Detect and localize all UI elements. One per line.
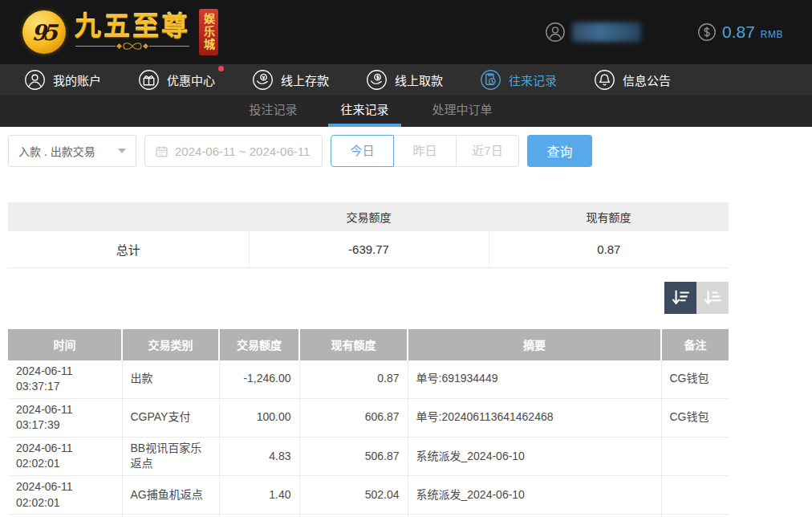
balance-amount: 0.87 <box>722 22 755 42</box>
cell-remark: CG钱包 <box>661 360 729 399</box>
cell-type: CGPAY支付 <box>122 398 219 437</box>
user-circle-icon <box>24 69 46 91</box>
summary-col-current-balance: 现有额度 <box>489 202 729 231</box>
cell-balance: 0.87 <box>299 360 408 399</box>
table-row: 2024-06-11 03:17:39CGPAY支付100.00606.87单号… <box>8 398 729 437</box>
brand-badge: 娱乐城 <box>199 9 218 55</box>
flourish-decoration <box>72 41 193 51</box>
transaction-type-value: 入款 . 出款交易 <box>18 143 95 159</box>
cell-balance: 502.04 <box>299 476 408 515</box>
deposit-icon <box>252 69 274 91</box>
column-header-type: 交易类别 <box>122 329 219 360</box>
cell-amount: 100.00 <box>219 398 299 437</box>
table-row: 2024-06-11 03:37:17出款-1,246.000.87单号:691… <box>8 360 729 399</box>
bell-icon <box>594 69 615 91</box>
cell-amount: 1.40 <box>219 476 299 515</box>
cell-type: AG捕鱼机返点 <box>122 476 219 515</box>
main-nav: 我的账户优惠中心线上存款线上取款往来记录信息公告 <box>0 64 812 95</box>
emblem-monogram: 95 <box>31 20 54 45</box>
cell-summary: 单号:691934449 <box>408 360 661 399</box>
records-icon <box>480 69 501 91</box>
app-header: 95 九五至尊 娱乐城 <box>0 0 812 64</box>
summary-transaction-total: -639.77 <box>249 231 489 267</box>
cell-time: 2024-06-11 02:02:01 <box>8 437 122 475</box>
brand-emblem-icon: 95 <box>22 10 66 54</box>
cell-summary: 系统派发_2024-06-10 <box>408 476 661 515</box>
transaction-type-select[interactable]: 入款 . 出款交易 <box>8 135 136 167</box>
subtab[interactable]: 处理中订单 <box>420 95 505 127</box>
user-icon <box>545 22 566 43</box>
cell-summary: 系统派发_2024-06-10 <box>408 437 661 475</box>
column-header-amount: 交易额度 <box>219 329 299 360</box>
filter-bar: 入款 . 出款交易 2024-06-11 ~ 2024-06-11 今日昨日近7… <box>8 135 729 167</box>
query-button[interactable]: 查询 <box>527 135 592 167</box>
cell-remark <box>661 476 729 515</box>
notification-dot <box>218 66 224 71</box>
summary-total-row: 总计 -639.77 0.87 <box>8 231 729 267</box>
nav-item-label: 往来记录 <box>509 71 557 88</box>
nav-item-label: 优惠中心 <box>167 71 215 88</box>
date-range-input[interactable]: 2024-06-11 ~ 2024-06-11 <box>144 135 323 167</box>
column-header-time: 时间 <box>8 329 122 360</box>
date-range-value: 2024-06-11 ~ 2024-06-11 <box>175 145 310 158</box>
nav-item-bell[interactable]: 信息公告 <box>594 69 671 91</box>
balance[interactable]: 0.87 RMB <box>697 22 783 42</box>
column-header-summary: 摘要 <box>408 329 661 360</box>
sort-descending-button[interactable] <box>664 282 696 314</box>
cell-remark <box>661 437 729 475</box>
username-censored <box>572 22 641 42</box>
cell-amount: 4.83 <box>219 437 299 475</box>
column-header-balance: 现有额度 <box>299 329 408 360</box>
cell-type: BB视讯百家乐返点 <box>122 437 219 475</box>
summary-col-blank <box>8 202 249 231</box>
cell-type: 出款 <box>122 360 219 399</box>
cell-summary: 单号:202406113641462468 <box>408 398 661 437</box>
table-row: 2024-06-11 02:02:01AG捕鱼机返点1.40502.04系统派发… <box>8 476 729 515</box>
cell-remark: CG钱包 <box>661 398 729 437</box>
withdraw-icon <box>366 69 388 91</box>
cell-time: 2024-06-11 03:37:17 <box>8 360 122 399</box>
cell-time: 2024-06-11 02:02:01 <box>8 476 122 515</box>
quick-date-button[interactable]: 今日 <box>331 135 394 167</box>
nav-item-label: 我的账户 <box>53 71 101 88</box>
sub-tab-bar: 投注记录往来记录处理中订单 <box>0 95 812 127</box>
table-row: 2024-06-11 02:02:01BB视讯百家乐返点4.83506.87系统… <box>8 437 729 475</box>
brand-name: 九五至尊 <box>75 13 190 41</box>
transactions-table: 时间交易类别交易额度现有额度摘要备注 2024-06-11 03:37:17出款… <box>8 329 729 517</box>
subtab[interactable]: 往来记录 <box>328 95 400 127</box>
nav-item-deposit[interactable]: 线上存款 <box>252 69 329 91</box>
dollar-icon <box>697 22 717 42</box>
cell-time: 2024-06-11 03:17:39 <box>8 398 122 437</box>
user-account[interactable] <box>545 22 641 43</box>
cell-amount: -1,246.00 <box>219 360 299 399</box>
summary-table: 交易额度 现有额度 总计 -639.77 0.87 <box>8 202 729 268</box>
nav-item-withdraw[interactable]: 线上取款 <box>366 69 443 91</box>
sort-descending-icon <box>670 287 691 308</box>
nav-item-records[interactable]: 往来记录 <box>480 69 557 91</box>
column-header-remark: 备注 <box>661 329 729 360</box>
table-header-row: 时间交易类别交易额度现有额度摘要备注 <box>8 329 729 360</box>
quick-date-button[interactable]: 昨日 <box>393 135 457 167</box>
brand-logo[interactable]: 95 九五至尊 娱乐城 <box>22 9 218 55</box>
calendar-icon <box>155 145 168 158</box>
nav-item-label: 线上存款 <box>281 71 329 88</box>
gift-icon <box>138 69 160 91</box>
subtab[interactable]: 投注记录 <box>237 95 309 127</box>
summary-col-transaction-amount: 交易额度 <box>249 202 489 231</box>
sort-controls <box>8 282 729 314</box>
nav-item-label: 线上取款 <box>395 71 443 88</box>
nav-item-user-circle[interactable]: 我的账户 <box>24 69 101 91</box>
summary-balance-total: 0.87 <box>489 231 729 267</box>
sort-ascending-icon <box>702 287 723 308</box>
balance-currency: RMB <box>761 29 783 40</box>
quick-date-button[interactable]: 近7日 <box>456 135 519 167</box>
nav-item-gift[interactable]: 优惠中心 <box>138 69 215 91</box>
cell-balance: 606.87 <box>299 398 408 437</box>
quick-date-group: 今日昨日近7日 <box>331 135 519 167</box>
summary-total-label: 总计 <box>8 231 249 267</box>
summary-header-row: 交易额度 现有额度 <box>8 202 729 231</box>
nav-item-label: 信息公告 <box>623 71 671 88</box>
chevron-down-icon <box>118 149 126 153</box>
sort-ascending-button[interactable] <box>696 282 729 314</box>
content-area: 入款 . 出款交易 2024-06-11 ~ 2024-06-11 今日昨日近7… <box>8 135 729 517</box>
